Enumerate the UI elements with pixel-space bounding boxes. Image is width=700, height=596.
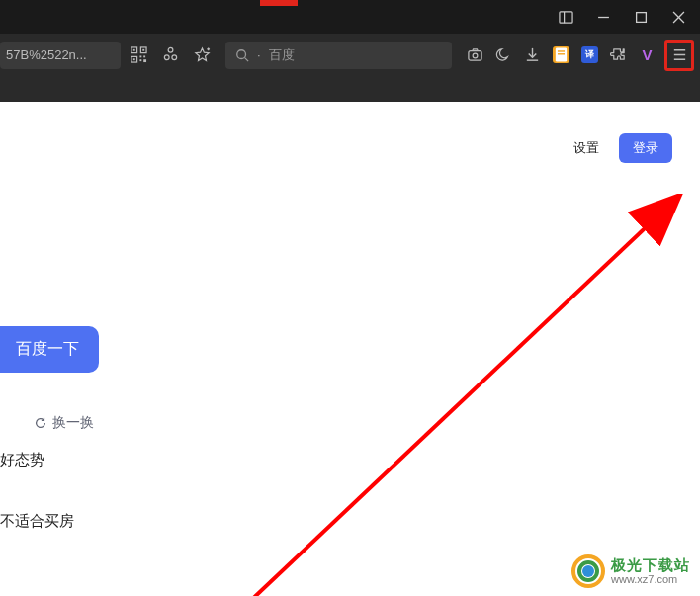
baidu-search-button[interactable]: 百度一下 [0,326,99,373]
menu-button-highlight [664,40,694,71]
svg-point-16 [168,47,173,52]
titlebar-accent [260,0,298,6]
favorite-icon[interactable] [188,42,216,69]
svg-rect-29 [558,53,565,54]
refresh-link[interactable]: 换一换 [34,414,94,432]
search-bar[interactable]: · 百度 [225,42,452,69]
address-bar[interactable]: 57B%2522n... [0,42,121,69]
url-text: 57B%2522n... [6,47,87,62]
addons-icon[interactable] [156,42,184,69]
svg-rect-15 [143,59,146,62]
window-titlebar [0,0,700,34]
hot-topic-1[interactable]: 好态势 [0,451,44,469]
watermark-logo [571,554,605,588]
hot-topic-2[interactable]: 不适合买房 [0,512,74,531]
extension-icon[interactable] [605,42,632,69]
bookmark-bar [0,76,700,102]
svg-rect-7 [132,49,134,51]
svg-rect-13 [143,55,145,57]
svg-point-17 [164,55,169,60]
refresh-label: 换一换 [52,414,94,432]
menu-button[interactable] [668,43,690,67]
note-icon[interactable] [548,42,574,69]
close-button[interactable] [660,3,696,31]
v-extension-icon[interactable]: V [634,42,660,69]
settings-link[interactable]: 设置 [573,139,599,157]
panel-toggle-button[interactable] [548,3,583,31]
svg-point-24 [473,53,478,58]
svg-point-21 [237,49,246,58]
login-button[interactable]: 登录 [619,133,672,163]
browser-toolbar: 57B%2522n... · 百度 译 [0,34,700,76]
svg-line-34 [156,197,678,596]
page-top-nav: 设置 登录 [573,133,672,163]
svg-line-22 [245,57,249,61]
annotation-arrow [136,194,700,596]
translate-icon[interactable]: 译 [576,42,603,69]
watermark-title: 极光下载站 [611,557,690,574]
refresh-icon [34,416,47,430]
night-mode-icon[interactable] [490,42,517,69]
qr-code-icon[interactable] [125,42,152,69]
search-icon [235,48,249,62]
watermark-url: www.xz7.com [611,573,690,585]
svg-rect-23 [469,51,481,60]
svg-rect-9 [142,49,144,51]
svg-rect-28 [558,50,565,51]
svg-rect-0 [559,11,571,22]
page-content: 设置 登录 百度一下 换一换 好态势 不适合买房 极光下载站 www.xz7.c… [0,102,700,596]
maximize-button[interactable] [623,3,658,31]
svg-rect-11 [132,58,134,60]
watermark: 极光下载站 www.xz7.com [571,554,690,588]
screenshot-icon[interactable] [462,42,488,69]
search-placeholder: 百度 [269,46,295,64]
minimize-button[interactable] [585,3,621,31]
svg-rect-14 [139,59,141,61]
download-icon[interactable] [519,42,546,69]
svg-rect-3 [636,12,646,22]
svg-rect-12 [139,55,141,57]
svg-point-18 [171,55,176,60]
